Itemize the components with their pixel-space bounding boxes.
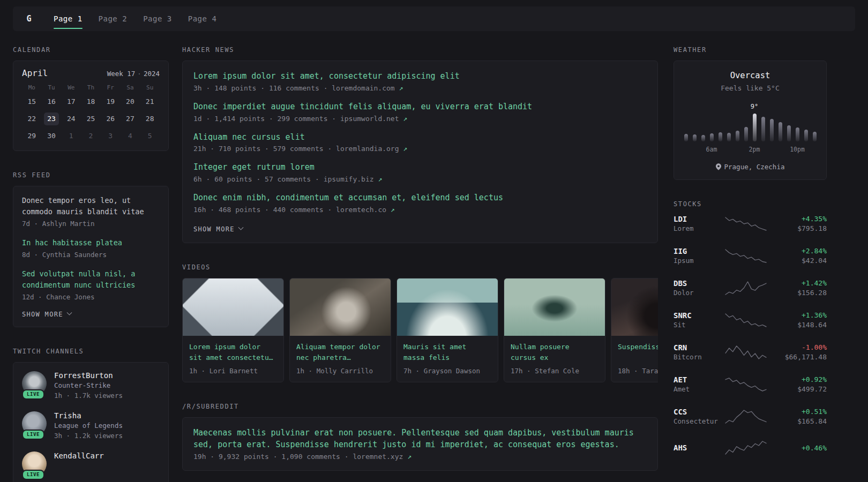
location-pin-icon bbox=[716, 163, 721, 170]
calendar-day[interactable]: 26 bbox=[101, 112, 121, 125]
twitch-channel: LIVETrishaLeague of Legends3h · 1.2k vie… bbox=[22, 411, 160, 440]
stock-name: Dolor bbox=[674, 289, 725, 297]
video-title[interactable]: Suspendisse diam bbox=[618, 342, 658, 363]
hackernews-item-title[interactable]: Aliquam nec cursus elit bbox=[193, 132, 647, 144]
subreddit-post-title[interactable]: Maecenas mollis pulvinar erat non posuer… bbox=[193, 427, 647, 451]
video-card[interactable]: Nullam posuere cursus ex17h · Stefan Col… bbox=[504, 278, 605, 382]
video-thumbnail[interactable] bbox=[611, 278, 658, 336]
videos-widget: VIDEOS Lorem ipsum dolor sit amet consec… bbox=[182, 263, 658, 382]
calendar-day[interactable]: 3 bbox=[101, 130, 121, 142]
calendar-grid: MoTuWeThFrSaSu15161718192021222324252627… bbox=[22, 84, 160, 142]
video-title[interactable]: Nullam posuere cursus ex bbox=[511, 342, 598, 363]
rss-item-title[interactable]: Donec tempor eros leo, ut commodo mauris… bbox=[22, 195, 160, 217]
calendar-day[interactable]: 27 bbox=[121, 112, 140, 125]
calendar-day[interactable]: 17 bbox=[61, 95, 81, 108]
twitch-widget: TWITCH CHANNELS LIVEForrestBurtonCounter… bbox=[13, 348, 169, 482]
calendar-day[interactable]: 21 bbox=[140, 95, 160, 108]
stock-sparkline bbox=[725, 216, 767, 232]
app-logo[interactable]: G bbox=[21, 14, 36, 24]
hackernews-show-more-button[interactable]: SHOW MORE bbox=[193, 225, 243, 233]
tab-page-4[interactable]: Page 4 bbox=[188, 6, 217, 31]
video-thumbnail[interactable] bbox=[183, 278, 283, 336]
weather-time-cell bbox=[701, 146, 705, 154]
calendar-day[interactable]: 25 bbox=[81, 112, 101, 125]
hackernews-item-domain-link[interactable]: loremdomain.com ↗ bbox=[332, 84, 403, 92]
channel-game[interactable]: Counter-Strike bbox=[54, 381, 123, 389]
stock-row[interactable]: CCSConsectetur+0.51%$165.84 bbox=[674, 408, 827, 425]
tab-page-2[interactable]: Page 2 bbox=[99, 6, 128, 31]
hackernews-item-domain-link[interactable]: loremtech.co ↗ bbox=[336, 206, 395, 214]
video-card[interactable]: Lorem ipsum dolor sit amet consectetu…1h… bbox=[182, 278, 284, 382]
video-thumbnail[interactable] bbox=[504, 278, 605, 336]
calendar-day[interactable]: 29 bbox=[22, 130, 42, 142]
stock-row[interactable]: AETAmet+0.92%$499.72 bbox=[674, 375, 827, 393]
video-meta: 7h · Grayson Dawson bbox=[403, 367, 491, 375]
hackernews-item: Lorem ipsum dolor sit amet, consectetur … bbox=[193, 71, 647, 92]
hackernews-item-title[interactable]: Lorem ipsum dolor sit amet, consectetur … bbox=[193, 71, 647, 82]
video-card[interactable]: Mauris sit amet massa felis7h · Grayson … bbox=[396, 278, 498, 382]
hackernews-item-domain-link[interactable]: ipsumify.biz ↗ bbox=[324, 175, 383, 183]
video-title[interactable]: Lorem ipsum dolor sit amet consectetu… bbox=[189, 342, 277, 363]
hackernews-item-domain-link[interactable]: loremlandia.org ↗ bbox=[336, 145, 407, 153]
video-title[interactable]: Mauris sit amet massa felis bbox=[403, 342, 491, 363]
subreddit-list: Maecenas mollis pulvinar erat non posuer… bbox=[193, 427, 647, 461]
subreddit-post-domain-link[interactable]: loremnet.xyz ↗ bbox=[353, 453, 411, 461]
video-card[interactable]: Suspendisse diam18h · Tara bbox=[611, 278, 658, 382]
video-thumbnail[interactable] bbox=[397, 278, 498, 336]
calendar-day[interactable]: 19 bbox=[101, 95, 121, 108]
calendar-day[interactable]: 20 bbox=[121, 95, 140, 108]
calendar-day[interactable]: 16 bbox=[42, 95, 62, 108]
calendar-day[interactable]: 30 bbox=[42, 130, 62, 142]
stock-row[interactable]: DBSDolor+1.42%$156.28 bbox=[674, 279, 827, 297]
weather-bar-slot bbox=[727, 133, 731, 141]
calendar-day[interactable]: 15 bbox=[22, 95, 42, 108]
weather-time-label: 2pm bbox=[749, 146, 760, 153]
calendar-day[interactable]: 24 bbox=[61, 112, 81, 125]
channel-name[interactable]: ForrestBurton bbox=[54, 371, 123, 380]
stock-values: +0.46% bbox=[767, 444, 827, 452]
hackernews-item: Integer eget rutrum lorem6h · 60 points … bbox=[193, 162, 647, 183]
rss-item-title[interactable]: In hac habitasse platea bbox=[22, 237, 160, 248]
video-card[interactable]: Aliquam tempor dolor nec pharetra…1h · M… bbox=[289, 278, 391, 382]
hackernews-item-title[interactable]: Donec imperdiet augue tincidunt felis al… bbox=[193, 101, 647, 113]
stock-price: $795.18 bbox=[767, 224, 827, 232]
calendar-day[interactable]: 28 bbox=[140, 112, 160, 125]
calendar-day[interactable]: 2 bbox=[81, 130, 101, 142]
hackernews-item-title[interactable]: Integer eget rutrum lorem bbox=[193, 162, 647, 174]
calendar-widget: CALENDAR April Week 17·2024 MoTuWeThFrSa… bbox=[13, 46, 169, 151]
video-title[interactable]: Aliquam tempor dolor nec pharetra… bbox=[296, 342, 384, 363]
rss-show-more-button[interactable]: SHOW MORE bbox=[22, 311, 71, 318]
stock-name: Bitcorn bbox=[674, 353, 725, 361]
calendar-day[interactable]: 5 bbox=[140, 130, 160, 142]
calendar-day[interactable]: 4 bbox=[121, 130, 140, 142]
stock-values: +4.35%$795.18 bbox=[767, 215, 827, 232]
stock-symbol: CRN bbox=[674, 343, 725, 352]
stock-row[interactable]: SNRCSit+1.36%$148.64 bbox=[674, 311, 827, 329]
channel-name[interactable]: Trisha bbox=[54, 411, 123, 420]
weather-feels-like: Feels like 5°C bbox=[683, 84, 818, 92]
tab-page-3[interactable]: Page 3 bbox=[143, 6, 172, 31]
weather-bar bbox=[796, 127, 799, 141]
hackernews-item-domain-link[interactable]: ipsumworld.net ↗ bbox=[340, 115, 407, 123]
calendar-day[interactable]: 22 bbox=[22, 112, 42, 125]
stock-row[interactable]: AHS+0.46% bbox=[674, 440, 827, 456]
channel-game[interactable]: League of Legends bbox=[54, 421, 123, 430]
hackernews-item-meta-text: 3h · 148 points · 116 comments · bbox=[193, 84, 332, 92]
stock-price: $499.72 bbox=[767, 385, 827, 393]
right-column: WEATHER Overcast Feels like 5°C 9° 6am2p… bbox=[674, 46, 827, 482]
stock-name: Amet bbox=[674, 385, 725, 393]
calendar-day-selected[interactable]: 23 bbox=[44, 112, 59, 125]
hackernews-item-title[interactable]: Donec enim nibh, condimentum et accumsan… bbox=[193, 192, 647, 204]
tab-page-1[interactable]: Page 1 bbox=[54, 6, 83, 31]
weather-bar-slot bbox=[719, 132, 722, 141]
stock-row[interactable]: IIGIpsum+2.84%$42.04 bbox=[674, 247, 827, 265]
calendar-day[interactable]: 18 bbox=[81, 95, 101, 108]
stock-row[interactable]: LDILorem+4.35%$795.18 bbox=[674, 215, 827, 232]
channel-name[interactable]: KendallCarr bbox=[54, 451, 104, 460]
rss-item: Donec tempor eros leo, ut commodo mauris… bbox=[22, 195, 160, 228]
rss-item-title[interactable]: Sed volutpat nulla nisl, a condimentum n… bbox=[22, 268, 160, 291]
video-thumbnail[interactable] bbox=[290, 278, 391, 336]
weather-time-cell: 2pm bbox=[753, 146, 757, 154]
stock-row[interactable]: CRNBitcorn-1.00%$66,171.48 bbox=[674, 343, 827, 361]
calendar-day[interactable]: 1 bbox=[61, 130, 81, 142]
